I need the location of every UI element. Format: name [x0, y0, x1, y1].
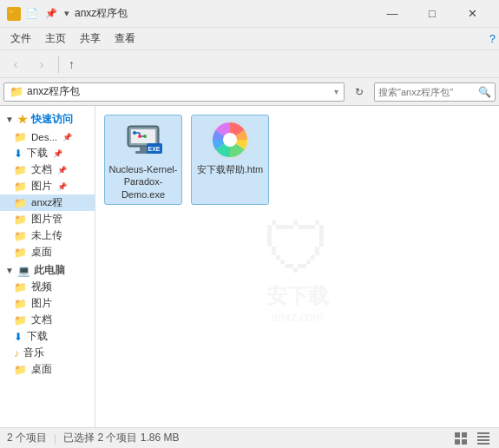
- folder-icon-desktop-pc: 📁: [14, 364, 27, 376]
- folder-icon-docs: 📁: [14, 164, 27, 176]
- thispc-section[interactable]: ▼ 💻 此电脑: [0, 260, 95, 279]
- pin-download: 📌: [53, 149, 62, 158]
- svg-text:EXE: EXE: [148, 146, 161, 152]
- window-controls: — □ ✕: [372, 0, 492, 28]
- folder-icon-anxz: 📁: [14, 197, 27, 209]
- detail-view-button[interactable]: [475, 431, 492, 446]
- sidebar-label-docs: 文档: [31, 163, 52, 176]
- sidebar-label-upload: 未上传: [31, 229, 62, 242]
- title-bar: 📄 📌 ▾ anxz程序包 — □ ✕: [0, 0, 499, 28]
- sidebar-item-music[interactable]: ♪ 音乐: [0, 345, 95, 361]
- pin-docs: 📌: [57, 166, 67, 175]
- status-separator: |: [54, 432, 56, 445]
- pin-icon[interactable]: 📌: [45, 8, 57, 19]
- search-icon: 🔍: [478, 86, 491, 98]
- file-exe[interactable]: EXE Nucleus-Kernel-Paradox-Demo.exe: [104, 115, 182, 205]
- sidebar-item-anxz[interactable]: 📁 anxz程: [0, 194, 95, 211]
- svg-rect-19: [455, 439, 460, 445]
- folder-icon-document: 📁: [14, 314, 27, 326]
- sidebar-item-dl[interactable]: ⬇ 下载: [0, 328, 95, 345]
- maximize-button[interactable]: □: [412, 0, 452, 28]
- sidebar-item-video[interactable]: 📁 视频: [0, 279, 95, 295]
- menu-home[interactable]: 主页: [38, 29, 73, 49]
- sidebar-label-picture: 图片: [31, 297, 52, 310]
- breadcrumb-arrow: ▾: [334, 87, 338, 96]
- sidebar-label-document: 文档: [31, 313, 52, 326]
- down-arrow-icon[interactable]: ▾: [64, 8, 69, 19]
- sidebar-label-anxz: anxz程: [31, 196, 62, 209]
- sidebar-label-desktop-pc: 桌面: [31, 363, 52, 376]
- sidebar-item-picture[interactable]: 📁 图片: [0, 295, 95, 312]
- forward-button[interactable]: ›: [30, 53, 54, 76]
- sidebar-label-picmgr: 图片管: [31, 213, 62, 226]
- sidebar-label-dl: 下载: [27, 330, 48, 343]
- address-bar: 📁 anxz程序包 ▾ ↻ 🔍: [0, 78, 499, 106]
- thispc-label: 此电脑: [34, 264, 65, 277]
- item-count: 2 个项目: [7, 431, 47, 445]
- download-icon-dl: ⬇: [14, 331, 23, 343]
- svg-rect-22: [477, 436, 489, 438]
- menu-share[interactable]: 共享: [73, 29, 108, 49]
- minimize-button[interactable]: —: [372, 0, 412, 28]
- main-area: ▼ ★ 快速访问 📁 Des... 📌 ⬇ 下载 📌 📁 文档 📌 📁 图片 📌…: [0, 106, 499, 427]
- close-button[interactable]: ✕: [452, 0, 492, 28]
- sidebar-item-des[interactable]: 📁 Des... 📌: [0, 129, 95, 145]
- quick-access-chevron: ▼: [5, 115, 14, 124]
- svg-rect-21: [477, 432, 489, 434]
- menu-file[interactable]: 文件: [3, 29, 38, 49]
- sidebar-item-pics[interactable]: 📁 图片 📌: [0, 178, 95, 194]
- sidebar-item-picmgr[interactable]: 📁 图片管: [0, 211, 95, 227]
- back-button[interactable]: ‹: [3, 53, 28, 76]
- help-icon[interactable]: ?: [489, 32, 496, 45]
- status-bar: 2 个项目 | 已选择 2 个项目 1.86 MB: [0, 427, 499, 448]
- sidebar-item-download[interactable]: ⬇ 下载 📌: [0, 145, 95, 161]
- music-icon: ♪: [14, 347, 19, 359]
- breadcrumb-text: anxz程序包: [27, 84, 80, 99]
- svg-point-8: [133, 131, 136, 135]
- sidebar-item-upload[interactable]: 📁 未上传: [0, 227, 95, 244]
- folder-icon-desktop-qa: 📁: [14, 247, 27, 259]
- sidebar: ▼ ★ 快速访问 📁 Des... 📌 ⬇ 下载 📌 📁 文档 📌 📁 图片 📌…: [0, 106, 95, 427]
- refresh-button[interactable]: ↻: [348, 82, 371, 102]
- quick-access-icon[interactable]: 📄: [26, 8, 38, 19]
- htm-file-icon: [209, 119, 251, 161]
- up-button[interactable]: ↑: [63, 53, 80, 76]
- folder-icon: [7, 7, 21, 21]
- search-input[interactable]: [378, 87, 475, 97]
- quick-access-star: ★: [17, 113, 28, 126]
- thispc-chevron: ▼: [5, 266, 14, 275]
- svg-point-16: [223, 133, 237, 147]
- sidebar-label-video: 视频: [31, 280, 52, 293]
- folder-icon-picture: 📁: [14, 298, 27, 310]
- content-area: 🛡 安下载 anxz.com: [95, 106, 499, 427]
- selected-info: 已选择 2 个项目 1.86 MB: [63, 431, 179, 445]
- folder-icon-video: 📁: [14, 281, 27, 293]
- svg-rect-18: [462, 432, 467, 438]
- breadcrumb-folder-icon: 📁: [10, 85, 23, 98]
- sidebar-item-desktop-pc[interactable]: 📁 桌面: [0, 361, 95, 378]
- title-bar-left: 📄 📌 ▾ anxz程序包: [7, 6, 372, 21]
- sidebar-label-download: 下载: [27, 147, 48, 160]
- htm-file-label: 安下载帮助.htm: [197, 163, 263, 175]
- sidebar-item-docs[interactable]: 📁 文档 📌: [0, 161, 95, 178]
- exe-file-icon: EXE: [122, 119, 164, 161]
- search-box: 🔍: [374, 82, 496, 102]
- folder-icon-upload: 📁: [14, 230, 27, 242]
- watermark-shield: 🛡: [263, 209, 332, 289]
- large-icon-view-button[interactable]: [452, 431, 469, 446]
- svg-rect-17: [455, 432, 460, 438]
- address-breadcrumb[interactable]: 📁 anxz程序包 ▾: [3, 82, 345, 102]
- sidebar-label-des: Des...: [31, 132, 57, 142]
- sidebar-item-desktop-qa[interactable]: 📁 桌面: [0, 244, 95, 260]
- quick-access-header[interactable]: ▼ ★ 快速访问: [0, 109, 95, 129]
- sidebar-item-document[interactable]: 📁 文档: [0, 312, 95, 328]
- watermark-main-text: 安下载: [266, 282, 329, 310]
- file-htm[interactable]: 安下载帮助.htm: [191, 115, 269, 205]
- menu-bar: 文件 主页 共享 查看 ?: [0, 28, 499, 50]
- watermark-sub-text: anxz.com: [272, 310, 324, 324]
- view-controls: [452, 431, 492, 446]
- svg-rect-23: [477, 439, 489, 441]
- pin-des: 📌: [62, 133, 72, 142]
- svg-point-9: [138, 135, 141, 138]
- menu-view[interactable]: 查看: [108, 29, 142, 49]
